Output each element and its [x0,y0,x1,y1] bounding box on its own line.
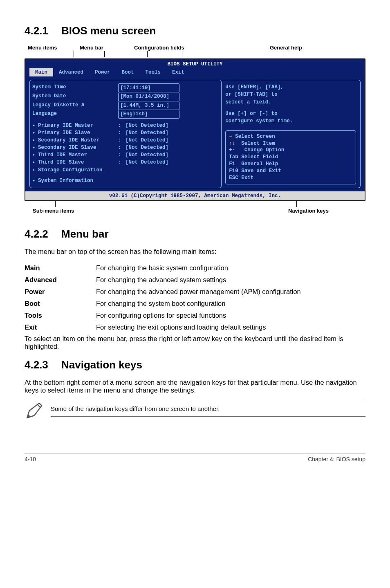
field-tim-label[interactable]: Third IDE Master [38,151,87,159]
menubar-outro: To select an item on the menu bar, press… [25,335,365,350]
svg-line-0 [38,405,40,407]
label-navigation-keys: Navigation keys [288,208,329,214]
field-pim-label[interactable]: Primary IDE Master [38,122,93,129]
field-tim-value: [Not Detected] [126,151,168,159]
submenu-icon: ▸ [32,166,38,174]
def-term-tools: Tools [25,310,96,321]
menubar-definitions: MainFor changing the basic system config… [25,262,301,333]
def-desc-main: For changing the basic system configurat… [96,262,301,274]
field-tis-label[interactable]: Third IDE Slave [38,159,84,166]
section-number: 4.2.2 [25,228,61,240]
def-desc-exit: For selecting the exit options and loadi… [96,321,301,333]
field-tis-value: [Not Detected] [126,159,168,166]
arrow-lr-icon: ⬌ [229,134,232,139]
section-number: 4.2.1 [25,25,61,37]
legend-line: Select Item [235,141,275,146]
def-desc-tools: For configuring options for special func… [96,310,301,321]
bios-help-text: Use [ENTER], [TAB], or [SHIFT-TAB] to se… [225,83,356,125]
note-text: Some of the navigation keys differ from … [51,401,365,417]
bios-right-panel: Use [ENTER], [TAB], or [SHIFT-TAB] to se… [221,80,361,188]
bios-screen: BIOS SETUP UTILITY Main Advanced Power B… [25,58,365,201]
field-system-date-value[interactable]: [Mon 01/14/2008] [118,92,179,101]
submenu-icon: ▸ [32,129,38,137]
field-language-value[interactable]: [English] [118,110,179,119]
tab-boot[interactable]: Boot [116,68,140,76]
section-heading-422: 4.2.2Menu bar [25,228,365,240]
section-title-text: Menu bar [61,228,109,240]
def-term-boot: Boot [25,298,96,310]
field-legacy-value[interactable]: [1.44M, 3.5 in.] [118,101,179,110]
top-label-row: Menu items Menu bar Configuration fields… [25,45,365,58]
section-heading-421: 4.2.1BIOS menu screen [25,25,365,37]
legend-line: ESC Exit [229,175,352,182]
below-labels: Sub-menu items Navigation keys [25,208,365,214]
field-system-date-label: System Date [32,92,118,101]
note-block: Some of the navigation keys differ from … [25,401,365,420]
legend-line: +- Change Option [229,147,352,154]
section-heading-423: 4.2.3Navigation keys [25,359,365,371]
label-menu-bar: Menu bar [80,45,103,51]
label-config-fields: Configuration fields [134,45,184,51]
help-line: configure system time. [225,117,356,125]
def-desc-power: For changing the advanced power manageme… [96,286,301,298]
field-sim-value: [Not Detected] [126,137,168,144]
help-line: select a field. [225,99,356,106]
label-submenu-items: Sub-menu items [33,208,74,214]
def-term-main: Main [25,262,96,274]
help-line: Use [+] or [-] to [225,110,356,117]
field-storage-label[interactable]: Storage Configuration [38,166,103,174]
submenu-icon: ▸ [32,177,38,184]
field-sysinfo-label[interactable]: System Information [38,177,93,184]
bios-footer: v02.61 (C)Copyright 1985-2007, American … [25,191,365,200]
submenu-icon: ▸ [32,144,38,151]
menubar-intro: The menu bar on top of the screen has th… [25,248,365,256]
submenu-icon: ▸ [32,122,38,129]
field-sis-label[interactable]: Secondary IDE Slave [38,144,96,151]
legend-line: F1 General Help [229,161,352,168]
section-title-text: Navigation keys [61,359,142,371]
submenu-icon: ▸ [32,151,38,159]
page-footer: 4-10 Chapter 4: BIOS setup [25,453,365,462]
def-term-exit: Exit [25,321,96,333]
navkeys-text: At the bottom right corner of a menu scr… [25,379,365,394]
tab-exit[interactable]: Exit [166,68,190,76]
arrow-ud-icon: ↑↓ [229,141,235,146]
tab-advanced[interactable]: Advanced [53,68,89,76]
tab-main[interactable]: Main [29,68,53,76]
label-menu-items: Menu items [28,45,57,51]
legend-line: Tab Select Field [229,154,352,161]
section-number: 4.2.3 [25,359,61,371]
legend-line: Select Screen [232,134,275,139]
page-number: 4-10 [25,456,36,462]
field-legacy-label: Legacy Diskette A [32,101,118,110]
chapter-title: Chapter 4: BIOS setup [308,456,365,462]
field-pim-value: [Not Detected] [126,122,168,129]
field-sim-label[interactable]: Secondary IDE Master [38,137,99,144]
bios-title: BIOS SETUP UTILITY [25,59,365,68]
tab-power[interactable]: Power [89,68,116,76]
pencil-icon [25,401,44,420]
tab-tools[interactable]: Tools [140,68,167,76]
field-sis-value: [Not Detected] [126,144,168,151]
bios-body: System Time[17:41:19] System Date[Mon 01… [25,78,365,191]
label-general-help: General help [270,45,302,51]
section-title-text: BIOS menu screen [61,25,156,37]
bios-menubar: Main Advanced Power Boot Tools Exit [25,68,365,78]
field-language-label: Language [32,110,118,119]
bios-left-panel: System Time[17:41:19] System Date[Mon 01… [29,80,222,188]
field-system-time-label: System Time [32,83,118,92]
def-term-advanced: Advanced [25,274,96,286]
submenu-icon: ▸ [32,159,38,166]
def-desc-boot: For changing the system boot configurati… [96,298,301,310]
field-system-time-value[interactable]: [17:41:19] [118,83,179,92]
field-pis-label[interactable]: Primary IDE Slave [38,129,90,137]
def-term-power: Power [25,286,96,298]
help-line: Use [ENTER], [TAB], [225,83,356,91]
bios-legend: ⬌ Select Screen ↑↓ Select Item +- Change… [225,130,356,184]
help-line: or [SHIFT-TAB] to [225,91,356,98]
def-desc-advanced: For changing the advanced system setting… [96,274,301,286]
legend-line: F10 Save and Exit [229,168,352,175]
field-pis-value: [Not Detected] [126,129,168,137]
submenu-icon: ▸ [32,137,38,144]
